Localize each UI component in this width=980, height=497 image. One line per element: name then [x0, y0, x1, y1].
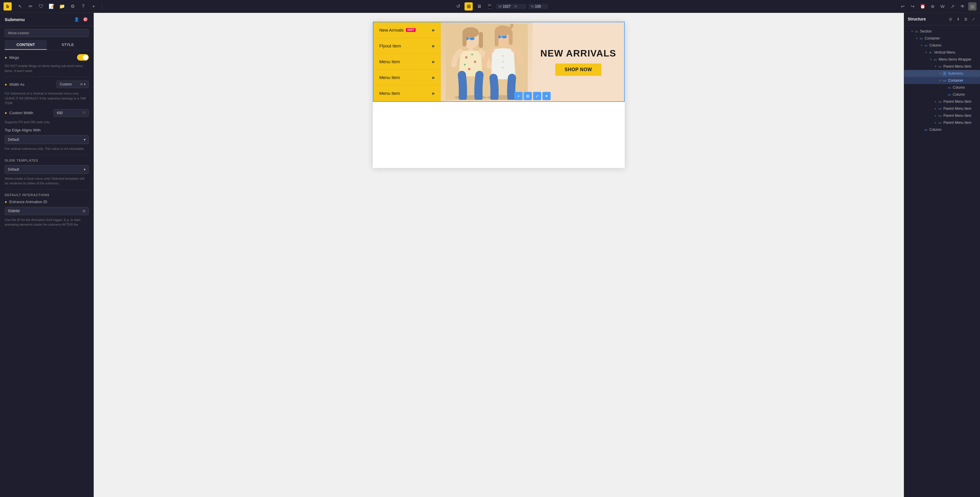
undo-icon[interactable]: ↩	[899, 2, 907, 11]
menu-item-label-1: Menu Item	[379, 59, 400, 64]
menu-right-text: NEW ARRIVALS SHOP NOW	[533, 42, 624, 82]
anim-id-box[interactable]: 50db9d ⊞	[5, 207, 89, 215]
parent-menu-icon-5: ▭	[937, 120, 942, 125]
tree-item-parent-menu-item-3[interactable]: ▸ ▭ Parent Menu Item	[904, 105, 980, 112]
list-item[interactable]: Flyout Item ▶	[374, 38, 441, 54]
help-icon[interactable]: ?	[79, 2, 87, 11]
tree-item-menu-items-wrapper[interactable]: ▾ ▭ Menu Items Wrapper	[904, 56, 980, 63]
mega-description: DO NOT enable Mega on items having sub-l…	[5, 64, 89, 73]
tree-item-parent-menu-item-5[interactable]: ▸ ▭ Parent Menu Item	[904, 119, 980, 126]
parent-menu-icon-2: ▭	[937, 99, 942, 104]
size-group: W 1027 H	[496, 4, 526, 9]
person-icon[interactable]: 👤	[73, 16, 80, 23]
tree-item-parent-menu-item-1[interactable]: ▾ ▭ Parent Menu Item	[904, 63, 980, 70]
canvas-area[interactable]: New Arrivals HOT ▶ Flyout Item ▶ Menu It…	[94, 13, 904, 497]
top-edge-select[interactable]: Default ▾	[5, 135, 89, 144]
percent-label: %	[531, 5, 534, 8]
monitor-icon[interactable]: 🖥	[475, 2, 483, 11]
shield-icon[interactable]: 🛡	[37, 2, 45, 11]
note-icon[interactable]: 📝	[48, 2, 56, 11]
section-icon: ▭	[914, 29, 919, 34]
tab-style[interactable]: STYLE	[47, 40, 89, 50]
grid-tool-btn[interactable]: ⊞	[524, 92, 532, 100]
submenu-icon: S	[942, 71, 947, 76]
tree-item-column[interactable]: ▾ ▭ Column	[904, 42, 980, 49]
pen-icon[interactable]: ✏	[26, 2, 35, 11]
layers-icon[interactable]: ⊛	[929, 2, 937, 11]
column-bottom-icon: ▭	[923, 127, 928, 132]
tablet-icon[interactable]: 📱	[485, 2, 494, 11]
panel-icon[interactable]: ▤	[968, 2, 977, 11]
custom-width-row: ● Custom Width 600 🛡	[5, 109, 89, 117]
tab-content[interactable]: CONTENT	[5, 40, 47, 50]
mega-bullet: ●	[5, 55, 7, 60]
target-icon[interactable]: 🎯	[82, 16, 89, 23]
id-field[interactable]: #brxe-czseno	[5, 29, 89, 37]
top-edge-note: For vertical submenus only. This value i…	[5, 146, 89, 151]
list-item[interactable]: Menu Item ▶	[374, 54, 441, 70]
tree-label-menu-items-wrapper: Menu Items Wrapper	[939, 57, 978, 62]
shop-now-button[interactable]: SHOP NOW	[555, 64, 601, 76]
plus-icon[interactable]: +	[90, 2, 98, 11]
folder-icon[interactable]: 📁	[58, 2, 66, 11]
tree-item-parent-menu-item-4[interactable]: ▸ ▭ Parent Menu Item	[904, 112, 980, 119]
tree-item-parent-menu-item-2[interactable]: ▸ ▭ Parent Menu Item	[904, 98, 980, 105]
layout-icon[interactable]: ⊞	[465, 2, 473, 11]
page-icon-action[interactable]: ⊞	[947, 16, 954, 22]
settings-icon[interactable]: ⚙	[68, 2, 77, 11]
tree-item-vertical-menu[interactable]: ▾ ≡ Vertical Menu	[904, 49, 980, 56]
external-icon[interactable]: ↗	[948, 2, 956, 11]
trash-icon-action[interactable]: 🗑	[963, 16, 969, 22]
top-edge-label-row: Top Edge Aligns With	[5, 128, 89, 132]
redo-icon[interactable]: ↪	[908, 2, 917, 11]
left-panel-title: Submenu	[5, 17, 25, 22]
canvas-page: New Arrivals HOT ▶ Flyout Item ▶ Menu It…	[373, 22, 625, 168]
tree-label-submenu: Submenu	[948, 71, 978, 76]
interactions-title: DEFAULT INTERACTIONS	[5, 193, 89, 197]
width-as-bullet: ●	[5, 82, 7, 87]
expand-icon-action[interactable]: ⤢	[970, 16, 977, 22]
cursor-icon[interactable]: ↖	[16, 2, 24, 11]
tree-item-container[interactable]: ▾ ▭ Container	[904, 35, 980, 42]
logo[interactable]: b	[3, 2, 12, 11]
tree-item-column-inner-2[interactable]: ▾ ▭ Column	[904, 91, 980, 98]
tree-item-container-inner[interactable]: ▾ ▭ Container	[904, 77, 980, 84]
left-panel-header: Submenu 👤 🎯	[0, 13, 94, 26]
history-icon[interactable]: ⏰	[918, 2, 927, 11]
list-item[interactable]: Menu Item ▶	[374, 86, 441, 101]
wp-icon[interactable]: W	[939, 2, 947, 11]
tree-item-column-bottom[interactable]: ▾ ▭ Column	[904, 126, 980, 133]
tree-label-column-inner-1: Column	[953, 86, 978, 90]
download-icon-action[interactable]: ⬇	[955, 16, 961, 22]
list-item[interactable]: New Arrivals HOT ▶	[374, 22, 441, 38]
refresh-icon[interactable]: ↺	[454, 2, 462, 11]
chevron-down-icon: ▾	[910, 29, 914, 33]
divider	[102, 3, 102, 10]
menu-preview: New Arrivals HOT ▶ Flyout Item ▶ Menu It…	[373, 22, 625, 102]
menu-item-new-arrivals: New Arrivals HOT	[379, 27, 415, 32]
anim-bullet: ●	[5, 200, 7, 204]
svg-point-13	[474, 60, 476, 63]
left-panel: Submenu 👤 🎯 #brxe-czseno CONTENT STYLE ●…	[0, 13, 94, 497]
tree-item-column-inner-1[interactable]: ▾ ▭ Column	[904, 84, 980, 91]
eye-icon[interactable]: 👁	[958, 2, 967, 11]
slide-template-select[interactable]: Default ▾	[5, 165, 89, 174]
width-as-select[interactable]: Custom ✕ ▾	[57, 81, 89, 88]
add-tool-btn[interactable]: +	[514, 92, 522, 100]
move-tool-btn[interactable]: ⤢	[533, 92, 541, 100]
parent-menu-icon-3: ▭	[937, 106, 942, 111]
list-item[interactable]: Menu Item ▶	[374, 70, 441, 86]
custom-width-input[interactable]: 600 🛡	[54, 109, 89, 117]
menu-right: NEW ARRIVALS SHOP NOW + ⊞ ⤢ ✦	[441, 22, 624, 101]
drag-tool-btn[interactable]: ✦	[542, 92, 550, 100]
chevron-down-icon: ▾	[938, 71, 942, 76]
anim-id-value: 50db9d	[8, 209, 20, 213]
chevron-down-icon: ▾	[938, 78, 942, 83]
main-layout: Submenu 👤 🎯 #brxe-czseno CONTENT STYLE ●…	[0, 13, 980, 497]
container-inner-icon: ▭	[942, 78, 947, 83]
tree-item-submenu[interactable]: ▾ S Submenu	[904, 70, 980, 77]
svg-point-11	[465, 56, 468, 59]
mega-toggle[interactable]	[77, 54, 89, 60]
tree-item-section[interactable]: ▾ ▭ Section	[904, 28, 980, 35]
tree-label-parent-menu-item-1: Parent Menu Item	[943, 64, 978, 68]
